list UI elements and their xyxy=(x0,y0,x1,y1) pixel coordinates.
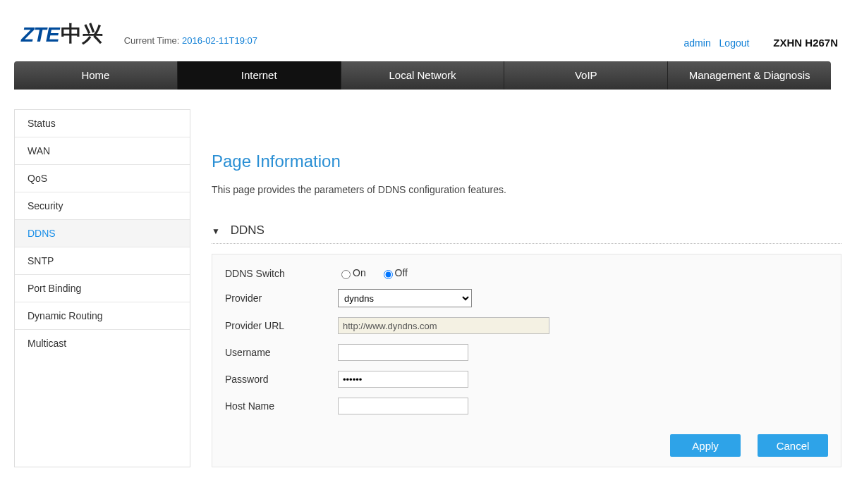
ddns-switch-on[interactable]: On xyxy=(338,267,366,278)
provider-select[interactable]: dyndns xyxy=(338,289,472,307)
hostname-label: Host Name xyxy=(225,400,338,412)
main-nav: Home Internet Local Network VoIP Managem… xyxy=(14,61,831,90)
user-link[interactable]: admin xyxy=(684,37,711,49)
sidebar-item-wan[interactable]: WAN xyxy=(15,137,190,165)
password-label: Password xyxy=(225,374,338,385)
ddns-switch-off[interactable]: Off xyxy=(380,267,408,278)
ddns-switch-off-radio[interactable] xyxy=(384,270,393,279)
provider-label: Provider xyxy=(225,293,338,304)
chevron-down-icon: ▼ xyxy=(212,226,220,236)
password-field[interactable] xyxy=(338,371,468,388)
nav-local-network[interactable]: Local Network xyxy=(341,61,505,90)
content: Status WAN QoS Security DDNS SNTP Port B… xyxy=(0,90,845,467)
sidebar-item-sntp[interactable]: SNTP xyxy=(15,247,190,275)
nav-management-diagnosis[interactable]: Management & Diagnosis xyxy=(668,61,831,90)
section-toggle-ddns[interactable]: ▼ DDNS xyxy=(212,223,841,244)
sidebar-item-qos[interactable]: QoS xyxy=(15,165,190,192)
ddns-switch-label: DDNS Switch xyxy=(225,268,338,279)
ddns-switch-group: On Off xyxy=(338,267,419,279)
logo-cn: 中兴 xyxy=(61,20,103,49)
hostname-field[interactable] xyxy=(338,398,468,414)
sidebar-item-multicast[interactable]: Multicast xyxy=(15,330,190,357)
page-title: Page Information xyxy=(212,152,845,171)
main-panel: Page Information This page provides the … xyxy=(190,109,845,467)
section-title: DDNS xyxy=(231,223,265,237)
device-model: ZXHN H267N xyxy=(773,37,838,49)
nav-voip[interactable]: VoIP xyxy=(504,61,668,90)
sidebar-item-ddns[interactable]: DDNS xyxy=(15,220,190,247)
logo-latin: ZTE xyxy=(21,23,59,47)
sidebar-item-port-binding[interactable]: Port Binding xyxy=(15,275,190,302)
nav-home[interactable]: Home xyxy=(14,61,178,90)
header: ZTE中兴 Current Time: 2016-02-11T19:07 adm… xyxy=(0,0,845,61)
page-description: This page provides the parameters of DDN… xyxy=(212,184,845,195)
button-row: Apply Cancel xyxy=(656,434,828,457)
ddns-switch-on-radio[interactable] xyxy=(341,270,351,279)
cancel-button[interactable]: Cancel xyxy=(758,434,828,457)
nav-internet[interactable]: Internet xyxy=(178,61,341,90)
logout-link[interactable]: Logout xyxy=(719,37,750,49)
logo: ZTE中兴 xyxy=(21,20,103,49)
username-field[interactable] xyxy=(338,344,468,361)
provider-url-label: Provider URL xyxy=(225,320,338,331)
apply-button[interactable]: Apply xyxy=(670,434,741,457)
header-right: admin Logout ZXHN H267N xyxy=(684,37,838,49)
username-label: Username xyxy=(225,347,338,358)
time-value: 2016-02-11T19:07 xyxy=(182,35,257,46)
sidebar: Status WAN QoS Security DDNS SNTP Port B… xyxy=(14,109,190,467)
ddns-form: DDNS Switch On Off Provider dyndns Provi… xyxy=(212,254,841,467)
sidebar-item-security[interactable]: Security xyxy=(15,192,190,220)
sidebar-item-dynamic-routing[interactable]: Dynamic Routing xyxy=(15,302,190,330)
current-time: Current Time: 2016-02-11T19:07 xyxy=(124,35,257,49)
time-label: Current Time: xyxy=(124,35,182,46)
sidebar-item-status[interactable]: Status xyxy=(15,110,190,137)
provider-url-field xyxy=(338,317,549,334)
